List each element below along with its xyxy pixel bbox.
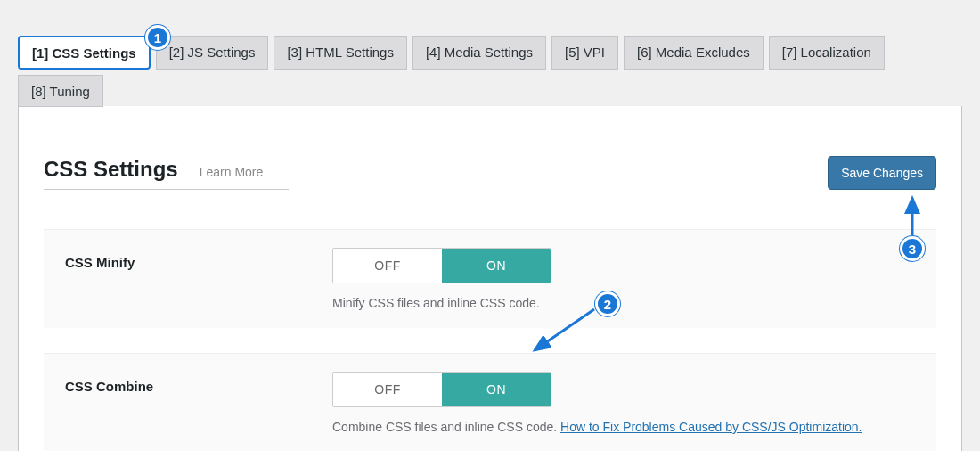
annotation-badge-1: 1 xyxy=(145,25,170,50)
setting-label: CSS Combine xyxy=(65,372,332,394)
optimization-help-link[interactable]: How to Fix Problems Caused by CSS/JS Opt… xyxy=(560,420,862,434)
learn-more-link[interactable]: Learn More xyxy=(200,165,264,179)
tab-html-settings[interactable]: [3] HTML Settings xyxy=(274,36,407,70)
setting-label: CSS Minify xyxy=(65,248,332,270)
panel-title-group: CSS Settings Learn More xyxy=(44,157,289,190)
tab-tuning[interactable]: [8] Tuning xyxy=(18,75,103,107)
tab-js-settings[interactable]: [2] JS Settings xyxy=(156,36,269,70)
annotation-badge-3: 3 xyxy=(900,236,925,261)
toggle-css-minify[interactable]: OFF ON xyxy=(332,248,551,283)
panel-title: CSS Settings xyxy=(44,157,178,182)
setting-desc: Minify CSS files and inline CSS code. xyxy=(332,296,936,310)
tab-media-excludes[interactable]: [6] Media Excludes xyxy=(624,36,764,70)
toggle-off[interactable]: OFF xyxy=(333,249,442,283)
toggle-css-combine[interactable]: OFF ON xyxy=(332,372,551,407)
tab-css-settings[interactable]: [1] CSS Settings xyxy=(18,36,151,70)
main-panel: CSS Settings Learn More Save Changes CSS… xyxy=(18,106,962,451)
toggle-on[interactable]: ON xyxy=(442,249,551,283)
tab-localization[interactable]: [7] Localization xyxy=(769,36,885,70)
setting-desc-text: Combine CSS files and inline CSS code. xyxy=(332,420,560,434)
save-changes-button[interactable]: Save Changes xyxy=(828,156,936,190)
tab-media-settings[interactable]: [4] Media Settings xyxy=(412,36,546,70)
setting-row-css-minify: CSS Minify OFF ON Minify CSS files and i… xyxy=(44,229,936,328)
tab-vpi[interactable]: [5] VPI xyxy=(551,36,618,70)
toggle-on[interactable]: ON xyxy=(442,373,551,406)
annotation-badge-2: 2 xyxy=(595,291,620,316)
toggle-off[interactable]: OFF xyxy=(333,373,442,406)
setting-row-css-combine: CSS Combine OFF ON Combine CSS files and… xyxy=(44,353,936,451)
setting-desc: Combine CSS files and inline CSS code. H… xyxy=(332,420,936,434)
